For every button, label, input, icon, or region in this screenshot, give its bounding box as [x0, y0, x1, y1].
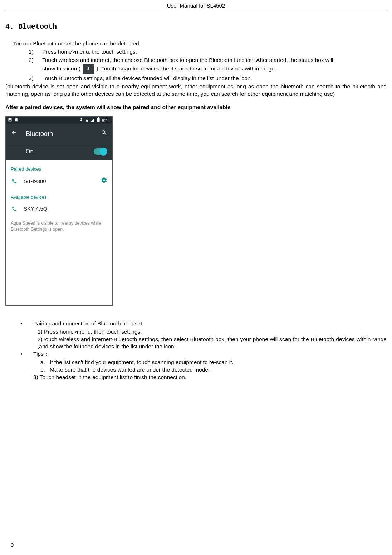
- bullet-tips-title: Tips：: [33, 350, 387, 358]
- available-device-row[interactable]: SKY 4.5Q: [6, 202, 112, 215]
- tip-b: b. Make sure that the devices wanted are…: [40, 366, 387, 374]
- step-1-text: Press home>menu, the touch settings.: [42, 48, 387, 56]
- bullet-tips: • Tips：: [16, 350, 387, 358]
- tip-b-text: Make sure that the devices wanted are un…: [50, 366, 210, 374]
- step-2-line2b: ). Touch “scan for devices”the it starts…: [96, 65, 276, 72]
- svg-rect-0: [97, 118, 99, 122]
- image-icon: [8, 118, 12, 123]
- phone-device-icon: [11, 178, 18, 184]
- bluetooth-status-icon: [83, 64, 94, 74]
- step-2-text: Touch wireless and internet, then choose…: [42, 57, 387, 74]
- phone-appbar: Bluetooth: [6, 124, 112, 143]
- step-3: 3) Touch Bluetooth settings, all the dev…: [29, 75, 387, 82]
- paired-devices-label: Paired devices: [6, 160, 112, 175]
- bullets-section: • Pairing and connection of Bluetooth he…: [16, 320, 387, 381]
- toggle-switch-on[interactable]: [94, 148, 107, 155]
- step-2-num: 2): [29, 57, 42, 74]
- bullet-pairing-title: Pairing and connection of Bluetooth head…: [33, 320, 387, 328]
- available-device-name: SKY 4.5Q: [24, 205, 107, 212]
- toggle-label: On: [26, 148, 33, 156]
- search-icon[interactable]: [101, 129, 107, 138]
- network-type: E: [85, 118, 88, 123]
- bold-paired-line: After a paired devices, the system will …: [5, 104, 387, 111]
- step-1-num: 1): [29, 48, 42, 56]
- gear-icon[interactable]: [101, 177, 107, 185]
- step-3-num: 3): [29, 75, 42, 82]
- bullet-pairing-s2: 2)Touch wireless and internet>Bluetooth …: [38, 336, 387, 351]
- step-3-text: Touch Bluetooth settings, all the device…: [42, 75, 387, 82]
- phone-statusbar: E 8:41: [6, 117, 112, 124]
- paragraph-bluetooth-note: (bluetooth device is set open and visibl…: [5, 83, 387, 98]
- phone-footer-note: Aqua Speed is visible to nearby devices …: [6, 215, 112, 232]
- paired-device-row[interactable]: GT-I9300: [6, 174, 112, 188]
- bluetooth-icon: [79, 118, 83, 123]
- back-icon[interactable]: [11, 129, 17, 138]
- svg-rect-1: [98, 117, 99, 118]
- ordered-steps: 1) Press home>menu, the touch settings. …: [29, 48, 387, 82]
- phone-device-icon: [11, 206, 18, 212]
- section-heading: 4. Bluetooth: [5, 22, 387, 31]
- page-header: User Manual for SL4502: [5, 0, 387, 11]
- tip-a: a. If the list can't find your equipment…: [40, 359, 387, 366]
- sim-icon: [14, 118, 18, 123]
- step-2-line1: Touch wireless and internet, then choose…: [42, 57, 387, 64]
- battery-icon: [97, 117, 100, 123]
- step-1: 1) Press home>menu, the touch settings.: [29, 48, 387, 56]
- tip-b-num: b.: [40, 366, 50, 374]
- bullet-pairing: • Pairing and connection of Bluetooth he…: [16, 320, 387, 328]
- tip-a-text: If the list can't find your equipment, t…: [50, 359, 234, 366]
- page-number: 9: [11, 541, 14, 549]
- available-devices-label: Available devices: [6, 188, 112, 203]
- status-time: 8:41: [102, 118, 110, 123]
- paired-device-name: GT-I9300: [24, 178, 95, 185]
- phone-screenshot: E 8:41 Bluetooth On Paired devices GT-I9…: [5, 116, 113, 306]
- bullet-dot: •: [16, 350, 33, 358]
- appbar-title: Bluetooth: [26, 129, 92, 138]
- tip-a-num: a.: [40, 359, 50, 366]
- bullet-dot: •: [16, 320, 33, 328]
- step-2-line2a: show this icon (: [42, 65, 80, 72]
- tip-s3: 3) Touch headset in the equipment list t…: [33, 374, 387, 381]
- bluetooth-toggle-row[interactable]: On: [6, 143, 112, 160]
- header-title: User Manual for SL4502: [167, 3, 225, 9]
- step-2: 2) Touch wireless and internet, then cho…: [29, 57, 387, 74]
- intro-line: Turn on Bluetooth or set the phone can b…: [13, 40, 387, 48]
- bullet-pairing-s1: 1) Press home>menu, then touch settings.: [38, 328, 387, 336]
- signal-icon: [90, 118, 95, 123]
